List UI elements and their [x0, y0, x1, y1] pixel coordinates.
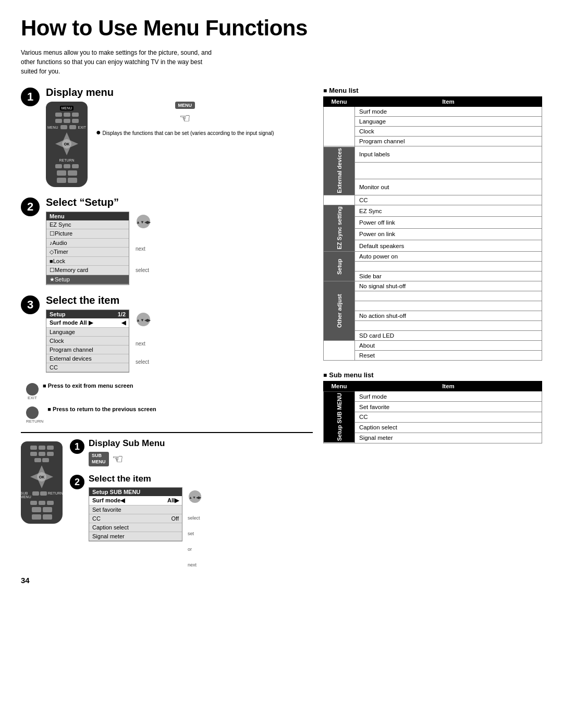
nav-next-sm: next: [188, 562, 202, 567]
nav-or-sm: or: [188, 547, 202, 552]
submenu-item-cc: CC Off: [89, 514, 182, 523]
remote-btn-wide-4[interactable]: [68, 178, 77, 183]
r2-btn-wide-1[interactable]: [32, 507, 41, 512]
r2-btn-5[interactable]: [39, 452, 45, 456]
nav-next-3: next: [136, 341, 151, 347]
bottom-step-1-title: Display Sub Menu: [89, 438, 165, 449]
remote-menu-label: MENU: [60, 106, 74, 110]
r2-btn-6[interactable]: [47, 452, 54, 456]
step-3-block: 3 Select the item Setup 1/2 Surf mode ◀ …: [21, 294, 313, 373]
submenu-box: Setup SUB MENU Surf mode◀ All▶ Set favor…: [89, 487, 182, 541]
return-icon-circle: [26, 406, 39, 419]
exit-btn[interactable]: [69, 125, 76, 129]
r2-btn-3[interactable]: [47, 446, 54, 450]
remote-top-row: [55, 113, 79, 117]
cc-group-cell: [324, 195, 355, 205]
submenu-box-area: Setup SUB MENU Surf mode◀ All▶ Set favor…: [89, 487, 202, 567]
r2-return-btn[interactable]: [40, 491, 47, 496]
step1-desc: ● Displays the functions that can be set…: [96, 128, 274, 137]
r2-btn-9[interactable]: [47, 501, 54, 505]
setup-item-program: Program channel: [46, 346, 129, 354]
r2-menu-btn[interactable]: [42, 458, 49, 462]
remote-btn-6[interactable]: [72, 119, 79, 123]
exit-note: EXIT ■ Press to exit from menu screen: [26, 382, 313, 400]
remote-btn-1[interactable]: [55, 113, 62, 117]
svg-text:▲▼◀▶: ▲▼◀▶: [189, 496, 202, 499]
menu-list-title: Menu list: [323, 87, 542, 94]
table-row: Default speakers: [324, 240, 542, 251]
return-label: RETURN: [59, 158, 74, 162]
submenu-item-caption: Caption select: [89, 523, 182, 532]
setup-item-cc: CC: [46, 363, 129, 372]
r2-btn-1[interactable]: [30, 446, 37, 450]
remote2-middle-row: [34, 458, 49, 462]
step-2-title: Select “Setup”: [46, 196, 313, 208]
table-row: Program channel: [324, 137, 542, 146]
remote-btn-wide-2[interactable]: [68, 170, 77, 176]
step-3-nav: ▲▼◀▶ next select: [136, 310, 151, 365]
surf-arrow-right: ▶: [89, 319, 93, 326]
sub-col-menu: Menu: [324, 381, 355, 391]
remote-row-2: [55, 119, 79, 123]
page-number: 34: [21, 576, 313, 585]
r2-btn-8[interactable]: [39, 501, 45, 505]
item-empty-4: [355, 301, 542, 311]
remote-btn-wide-1[interactable]: [57, 170, 66, 176]
table-row: External devices Input labels: [324, 146, 542, 163]
remote-btn-9[interactable]: [72, 164, 79, 168]
nav-select-label-2: select: [136, 267, 151, 273]
remote-btn-3[interactable]: [72, 113, 79, 117]
submenu-nav: ▲▼◀▶ select set or next: [188, 487, 202, 567]
remote-btn-2[interactable]: [64, 113, 70, 117]
table-row: Power on link: [324, 228, 542, 240]
dpad-ok[interactable]: OK: [62, 139, 71, 149]
step-2-number: 2: [21, 198, 40, 216]
r2-btn-4[interactable]: [30, 452, 37, 456]
r2-btn-wide-3[interactable]: [32, 514, 41, 520]
table-row: [324, 163, 542, 179]
r2-dpad-ok[interactable]: OK: [37, 472, 46, 482]
remote-btn-4[interactable]: [55, 119, 62, 123]
r2-exit-btn[interactable]: [34, 458, 41, 462]
sm-surf-value: All▶: [167, 497, 179, 504]
setup-item-clock: Clock: [46, 337, 129, 346]
sub-item-caption: Caption select: [355, 422, 542, 433]
bullet-circle: ●: [96, 128, 101, 137]
table-row: EZ Sync setting EZ Sync: [324, 205, 542, 216]
r2-btn-2[interactable]: [39, 446, 45, 450]
nav-ok-icon: ▲▼◀▶: [136, 214, 151, 230]
remote2-row-5: [32, 514, 52, 520]
nav-set-sm: set: [188, 531, 202, 536]
r2-btn-7[interactable]: [30, 501, 37, 505]
nav-ok-submenu: ▲▼◀▶: [188, 489, 202, 505]
menu-item-lock: ■Lock: [46, 257, 129, 266]
step-1-block: 1 Display menu MENU: [21, 87, 313, 187]
sm-cc-label: CC: [92, 515, 101, 522]
remote-row-4: [57, 170, 77, 176]
col-menu: Menu: [324, 97, 355, 107]
bottom-sub-step-1: 1 Display Sub Menu SUBMENU ☜: [70, 438, 202, 466]
menu-text: MENU: [47, 126, 58, 129]
remote-btn-8[interactable]: [64, 164, 70, 168]
remote-btn-wide-3[interactable]: [57, 178, 66, 183]
r2-btn-wide-2[interactable]: [43, 507, 52, 512]
step-3-content: Select the item Setup 1/2 Surf mode ◀ Al…: [46, 294, 313, 373]
remote-row-3: [55, 164, 79, 168]
menu-table: Menu Item Surf mode Language Clock: [323, 96, 542, 361]
menu-list-section: Menu list Menu Item Surf mode Language: [323, 87, 542, 361]
r2-btn-wide-4[interactable]: [43, 514, 52, 520]
nav-ok-icon-3: ▲▼◀▶: [136, 312, 151, 328]
r2-submenu-btn[interactable]: [32, 491, 39, 496]
sub-item-setfav: Set favorite: [355, 402, 542, 412]
table-row: Other adjust No signal shut-off: [324, 281, 542, 291]
remote2-sub-row: SUBMENU RETURN: [20, 491, 63, 499]
menu-btn[interactable]: [60, 125, 67, 129]
exit-label-text: EXIT: [26, 396, 39, 400]
remote2-dpad: OK: [30, 465, 53, 488]
remote-btn-7[interactable]: [55, 164, 62, 168]
group-setup: Setup: [324, 252, 355, 281]
submenu-item-surfmode: Surf mode◀ All▶: [89, 496, 182, 505]
remote-btn-5[interactable]: [64, 119, 70, 123]
remote-dpad: OK: [55, 132, 78, 155]
exit-note-icon: EXIT: [26, 382, 39, 400]
